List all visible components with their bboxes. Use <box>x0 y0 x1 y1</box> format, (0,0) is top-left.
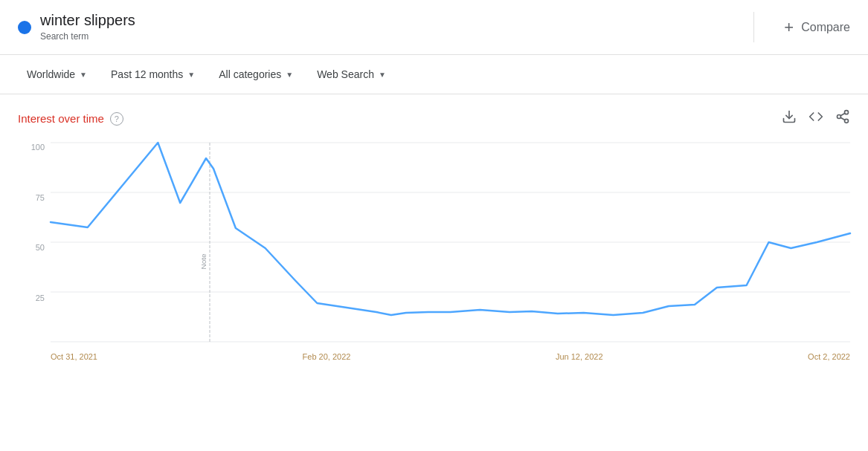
chart-title-area: Interest over time ? <box>18 112 123 126</box>
category-label: All categories <box>219 68 281 80</box>
search-type-chevron-icon: ▼ <box>379 71 386 79</box>
region-label: Worldwide <box>27 68 75 80</box>
share-icon[interactable] <box>835 109 850 128</box>
x-label-jun2022: Jun 12, 2022 <box>556 352 603 361</box>
svg-line-4 <box>840 117 845 120</box>
embed-icon[interactable] <box>808 109 823 128</box>
search-term-dot <box>18 21 31 34</box>
chart-title: Interest over time <box>18 112 104 125</box>
search-term-text: winter slippers Search term <box>40 12 135 42</box>
category-chevron-icon: ▼ <box>286 71 293 79</box>
compare-button[interactable]: + Compare <box>754 18 850 37</box>
note-text: Note <box>199 253 208 270</box>
y-label-50: 50 <box>18 243 45 252</box>
x-label-oct2022: Oct 2, 2022 <box>808 352 850 361</box>
x-axis-labels: Oct 31, 2021 Feb 20, 2022 Jun 12, 2022 O… <box>51 348 850 366</box>
chart-header: Interest over time ? <box>18 109 850 128</box>
y-label-75: 75 <box>18 193 45 202</box>
download-icon[interactable] <box>782 109 797 128</box>
line-chart-svg: Note <box>51 143 850 343</box>
svg-line-5 <box>840 113 845 115</box>
x-label-feb2022: Feb 20, 2022 <box>303 352 351 361</box>
chart-actions <box>782 109 850 128</box>
header: winter slippers Search term + Compare <box>0 0 868 55</box>
time-chevron-icon: ▼ <box>187 71 195 79</box>
search-term-label: Search term <box>40 31 89 42</box>
y-axis-labels: 100 75 50 25 <box>18 143 45 343</box>
trend-polyline <box>51 143 850 315</box>
search-term-area: winter slippers Search term <box>18 12 754 42</box>
plus-icon: + <box>784 18 794 37</box>
help-icon[interactable]: ? <box>110 112 123 126</box>
search-type-filter[interactable]: Web Search ▼ <box>308 64 395 85</box>
chart-area: Note <box>51 143 850 343</box>
region-chevron-icon: ▼ <box>80 71 87 79</box>
y-label-25: 25 <box>18 293 45 302</box>
time-filter[interactable]: Past 12 months ▼ <box>102 64 204 85</box>
region-filter[interactable]: Worldwide ▼ <box>18 64 96 85</box>
chart-container: 100 75 50 25 Note <box>18 143 850 366</box>
filters-section: Worldwide ▼ Past 12 months ▼ All categor… <box>0 55 868 94</box>
x-label-oct2021: Oct 31, 2021 <box>51 352 97 361</box>
compare-label: Compare <box>801 21 850 34</box>
time-label: Past 12 months <box>111 68 183 80</box>
search-term-title: winter slippers <box>40 12 135 29</box>
y-label-100: 100 <box>18 143 45 152</box>
chart-section: Interest over time ? <box>0 94 868 380</box>
search-type-label: Web Search <box>317 68 374 80</box>
category-filter[interactable]: All categories ▼ <box>210 64 302 85</box>
